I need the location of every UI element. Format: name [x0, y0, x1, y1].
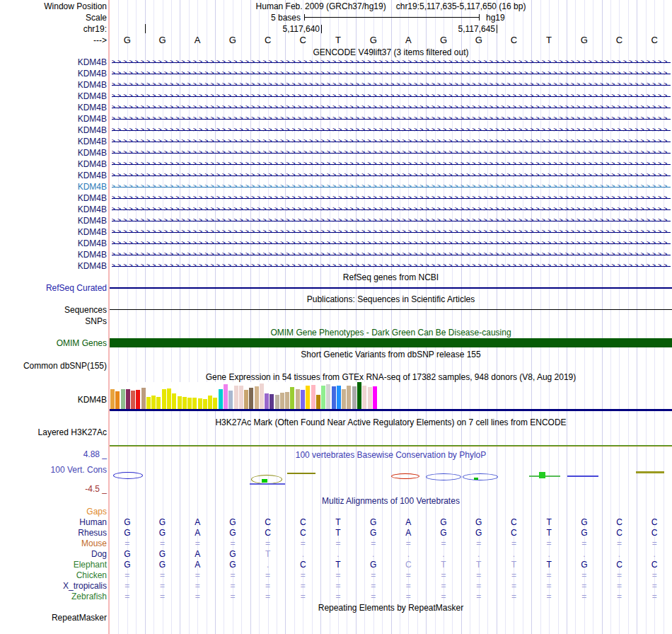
gencode-transcript-row[interactable]: >>>>>>>>>>>>>>>>>>>>>>>>>>>>>>>>>>>>>>>>… — [112, 161, 671, 168]
gencode-gene-label[interactable]: KDM4B — [78, 57, 107, 67]
gtex-tissue-bar[interactable] — [275, 395, 279, 409]
gtex-tissue-bar[interactable] — [270, 394, 274, 409]
gencode-gene-label[interactable]: KDM4B — [78, 182, 107, 192]
gtex-tissue-bar[interactable] — [183, 397, 187, 409]
gencode-gene-label[interactable]: KDM4B — [78, 193, 107, 203]
gencode-transcript-row[interactable]: >>>>>>>>>>>>>>>>>>>>>>>>>>>>>>>>>>>>>>>>… — [112, 93, 671, 100]
gencode-transcript-row[interactable]: >>>>>>>>>>>>>>>>>>>>>>>>>>>>>>>>>>>>>>>>… — [112, 59, 671, 66]
gencode-transcript-row[interactable]: >>>>>>>>>>>>>>>>>>>>>>>>>>>>>>>>>>>>>>>>… — [112, 183, 671, 190]
gtex-tissue-bar[interactable] — [198, 398, 202, 409]
gencode-transcript-row[interactable]: >>>>>>>>>>>>>>>>>>>>>>>>>>>>>>>>>>>>>>>>… — [112, 172, 671, 179]
sequences-label[interactable]: Sequences — [64, 305, 107, 315]
gtex-tissue-bar[interactable] — [306, 386, 310, 409]
multiz-species-label[interactable]: Rhesus — [78, 528, 107, 538]
h3k27ac-signal-line-olive[interactable] — [110, 446, 672, 446]
refseq-curated-item[interactable] — [110, 287, 672, 289]
layered-h3k27ac-label[interactable]: Layered H3K27Ac — [38, 427, 107, 437]
gtex-tissue-bar[interactable] — [332, 386, 336, 409]
multiz-species-label[interactable]: Dog — [91, 549, 107, 559]
gencode-gene-label[interactable]: KDM4B — [78, 69, 107, 79]
gtex-tissue-bar[interactable] — [255, 386, 259, 409]
gencode-gene-label[interactable]: KDM4B — [78, 91, 107, 101]
gtex-tissue-bar[interactable] — [280, 393, 284, 409]
gtex-tissue-bar[interactable] — [316, 395, 320, 409]
multiz-species-label[interactable]: Mouse — [81, 538, 107, 548]
gtex-tissue-bar[interactable] — [219, 389, 223, 409]
gencode-transcript-row[interactable]: >>>>>>>>>>>>>>>>>>>>>>>>>>>>>>>>>>>>>>>>… — [112, 81, 671, 88]
gencode-transcript-row[interactable]: >>>>>>>>>>>>>>>>>>>>>>>>>>>>>>>>>>>>>>>>… — [112, 104, 671, 111]
gtex-tissue-bar[interactable] — [326, 384, 330, 409]
multiz-species-label[interactable]: Human — [79, 517, 107, 527]
gtex-tissue-bar[interactable] — [234, 386, 238, 409]
gtex-tissue-bar[interactable] — [213, 398, 217, 409]
gtex-tissue-bar[interactable] — [342, 389, 346, 409]
multiz-species-label[interactable]: Chicken — [76, 570, 107, 580]
gtex-tissue-bar[interactable] — [208, 396, 212, 409]
gencode-transcript-row[interactable]: >>>>>>>>>>>>>>>>>>>>>>>>>>>>>>>>>>>>>>>>… — [112, 115, 671, 122]
gtex-tissue-bar[interactable] — [357, 382, 361, 409]
gtex-tissue-bar[interactable] — [131, 391, 135, 409]
gencode-transcript-row[interactable]: >>>>>>>>>>>>>>>>>>>>>>>>>>>>>>>>>>>>>>>>… — [112, 195, 671, 202]
gtex-tissue-bar[interactable] — [260, 384, 264, 409]
gencode-transcript-row[interactable]: >>>>>>>>>>>>>>>>>>>>>>>>>>>>>>>>>>>>>>>>… — [112, 70, 671, 77]
gtex-tissue-bar[interactable] — [228, 391, 233, 409]
gencode-gene-label[interactable]: KDM4B — [78, 159, 107, 169]
omim-gene-bar[interactable] — [110, 338, 672, 347]
gencode-gene-label[interactable]: KDM4B — [78, 171, 107, 180]
gencode-transcript-row[interactable]: >>>>>>>>>>>>>>>>>>>>>>>>>>>>>>>>>>>>>>>>… — [112, 240, 671, 247]
gtex-tissue-bar[interactable] — [249, 388, 253, 409]
gencode-gene-label[interactable]: KDM4B — [78, 137, 107, 146]
snps-label[interactable]: SNPs — [85, 316, 107, 326]
gtex-tissue-bar[interactable] — [321, 386, 325, 409]
gtex-tissue-bar[interactable] — [265, 393, 269, 409]
gtex-tissue-bar[interactable] — [151, 396, 156, 409]
gtex-tissue-bar[interactable] — [121, 389, 125, 409]
gtex-tissue-bar[interactable] — [337, 386, 341, 409]
gencode-transcript-row[interactable]: >>>>>>>>>>>>>>>>>>>>>>>>>>>>>>>>>>>>>>>>… — [112, 229, 671, 236]
gtex-gene-label[interactable]: KDM4B — [78, 395, 107, 405]
gtex-tissue-bar[interactable] — [362, 386, 366, 409]
gencode-transcript-row[interactable]: >>>>>>>>>>>>>>>>>>>>>>>>>>>>>>>>>>>>>>>>… — [112, 263, 671, 270]
gencode-gene-label[interactable]: KDM4B — [78, 148, 107, 158]
gtex-tissue-bar[interactable] — [187, 398, 192, 409]
gtex-tissue-bar[interactable] — [224, 384, 228, 409]
gtex-tissue-bar[interactable] — [244, 390, 248, 409]
gtex-tissue-bar[interactable] — [347, 386, 351, 409]
gtex-tissue-bar[interactable] — [311, 385, 315, 409]
gencode-transcript-row[interactable]: >>>>>>>>>>>>>>>>>>>>>>>>>>>>>>>>>>>>>>>>… — [112, 206, 671, 213]
gencode-gene-label[interactable]: KDM4B — [78, 114, 107, 124]
multiz-species-label[interactable]: X_tropicalis — [63, 581, 107, 591]
gtex-tissue-bar[interactable] — [146, 397, 151, 409]
multiz-species-label[interactable]: Elephant — [74, 560, 107, 570]
gtex-tissue-bar[interactable] — [301, 390, 305, 409]
gtex-tissue-bar[interactable] — [136, 390, 140, 409]
omim-genes-label[interactable]: OMIM Genes — [57, 338, 107, 348]
gencode-gene-label[interactable]: KDM4B — [78, 261, 107, 271]
gencode-gene-label[interactable]: KDM4B — [78, 125, 107, 135]
gtex-tissue-bar[interactable] — [352, 386, 357, 409]
gencode-transcript-row[interactable]: >>>>>>>>>>>>>>>>>>>>>>>>>>>>>>>>>>>>>>>>… — [112, 127, 671, 134]
gtex-tissue-bar[interactable] — [368, 387, 372, 409]
gtex-tissue-bar[interactable] — [178, 396, 182, 409]
gencode-gene-label[interactable]: KDM4B — [78, 238, 107, 248]
gencode-transcript-row[interactable]: >>>>>>>>>>>>>>>>>>>>>>>>>>>>>>>>>>>>>>>>… — [112, 217, 671, 224]
gtex-tissue-bar[interactable] — [373, 386, 377, 409]
multiz-species-label[interactable]: Zebrafish — [71, 592, 107, 601]
gencode-transcript-row[interactable]: >>>>>>>>>>>>>>>>>>>>>>>>>>>>>>>>>>>>>>>>… — [112, 149, 671, 156]
gencode-gene-label[interactable]: KDM4B — [78, 204, 107, 214]
repeatmasker-label[interactable]: RepeatMasker — [52, 613, 107, 623]
gencode-gene-label[interactable]: KDM4B — [78, 216, 107, 226]
gtex-tissue-bar[interactable] — [167, 388, 171, 409]
gencode-gene-label[interactable]: KDM4B — [78, 250, 107, 260]
common-dbsnp-label[interactable]: Common dbSNP(155) — [23, 361, 107, 371]
publications-item[interactable] — [110, 309, 672, 310]
gtex-tissue-bar[interactable] — [296, 389, 300, 409]
multiz-species-label[interactable]: Gaps — [86, 507, 107, 517]
gtex-tissue-bar[interactable] — [203, 399, 207, 409]
gtex-tissue-bar[interactable] — [285, 392, 289, 409]
gencode-gene-label[interactable]: KDM4B — [78, 103, 107, 113]
gencode-gene-label[interactable]: KDM4B — [78, 80, 107, 90]
gencode-transcript-row[interactable]: >>>>>>>>>>>>>>>>>>>>>>>>>>>>>>>>>>>>>>>>… — [112, 138, 671, 145]
refseq-curated-label[interactable]: RefSeq Curated — [46, 283, 107, 293]
gtex-tissue-bar[interactable] — [115, 391, 120, 409]
